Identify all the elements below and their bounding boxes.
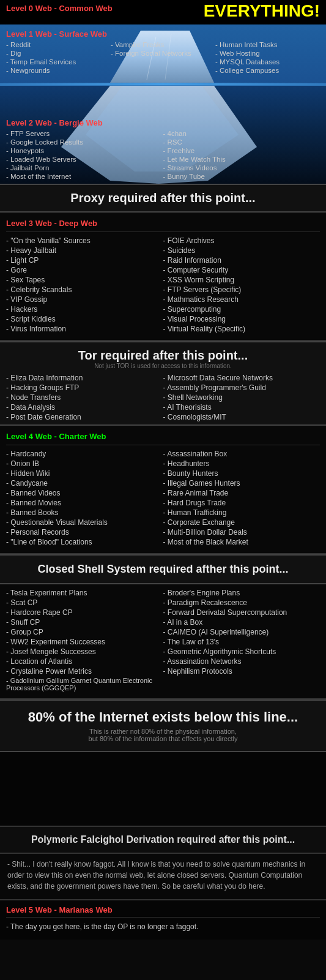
list-item: - Human Trafficking [163, 508, 320, 518]
list-item: - Visual Processing [163, 314, 320, 324]
l2-item: - Let Me Watch This [163, 155, 320, 164]
closed-shell-separator: Closed Shell System required afther this… [0, 554, 326, 584]
l1-item: - MYSQL Databases [215, 58, 320, 66]
level5-header: Level 5 Web - Marianas Web [6, 905, 320, 918]
list-item: - Assassination Box [163, 449, 320, 459]
list-item: - Nephilism Protocols [163, 666, 320, 676]
list-item: - Hard Drugs Trade [163, 498, 320, 508]
list-item: - Forward Derivatal Supercomputation [163, 608, 320, 617]
level1-col2: - Vampire Freaks - Foreign Social Networ… [111, 40, 215, 75]
closed-shell-col2: - Broder's Engine Plans - Paradigm Recal… [163, 588, 320, 692]
l2-item: - Most of the Internet [6, 172, 163, 181]
list-item: - XSS Worm Scripting [163, 275, 320, 285]
list-item: - Banned Videos [6, 488, 163, 498]
list-item: - "On the Vanilla" Sources [6, 236, 163, 246]
page: Level 0 Web - Common Web EVERYTHING! [0, 0, 326, 940]
level2-col2: - 4chan - RSC - Freehive - Let Me Watch … [163, 129, 320, 181]
l2-item: - RSC [163, 138, 320, 146]
polymeric-separator: Polymeric Falcighol Derivation required … [0, 826, 326, 854]
l2-item: - FTP Servers [6, 129, 163, 138]
list-item: - Crystaline Power Metrics [6, 666, 163, 676]
level3-items: - "On the Vanilla" Sources - Heavy Jailb… [6, 236, 320, 334]
list-item: - Virtual Reality (Specific) [163, 324, 320, 334]
tor-two-col: - Eliza Data Information - Hacking Group… [6, 373, 320, 422]
list-item: - Data Analysis [6, 402, 163, 412]
polymeric-title: Polymeric Falcighol Derivation required … [6, 834, 320, 845]
l1-item: - Newgrounds [6, 66, 111, 75]
list-item: - Corporate Exchange [163, 518, 320, 527]
l1-item: - College Campuses [215, 66, 320, 75]
l2-item: - Honeypots [6, 146, 163, 155]
l1-item: - Reddit [6, 40, 111, 49]
list-item: - Banned Books [6, 508, 163, 518]
l2-item: - Jailbait Porn [6, 164, 163, 172]
list-item: - Post Date Generation [6, 412, 163, 422]
list-item: - AI Theorisists [163, 402, 320, 412]
list-item: - Hidden Wiki [6, 469, 163, 478]
level2-col1: - FTP Servers - Google Locked Results - … [6, 129, 163, 181]
closed-shell-col1: - Tesla Experiment Plans - Scat CP - Har… [6, 588, 163, 692]
closed-shell-section: - Tesla Experiment Plans - Scat CP - Har… [0, 584, 326, 699]
level1-col1: - Reddit - Dig - Temp Email Services - N… [6, 40, 111, 75]
level3-section: Level 3 Web - Deep Web - "On the Vanilla… [0, 213, 326, 341]
list-item: - Bounty Hunters [163, 469, 320, 478]
level1-items: - Reddit - Dig - Temp Email Services - N… [6, 40, 320, 75]
list-item: - Supercomputing [163, 304, 320, 314]
list-item: - Tesla Experiment Plans [6, 588, 163, 598]
list-item: - Rare Animal Trade [163, 488, 320, 498]
closed-shell-title: Closed Shell System required afther this… [6, 563, 320, 576]
l2-item: - Loaded Web Servers [6, 155, 163, 164]
polymeric-text: - Shit... I don't really know faggot. Al… [7, 859, 319, 892]
list-item: - AI in a Box [163, 617, 320, 627]
list-item: - Banned Movies [6, 498, 163, 508]
list-item: - Paradigm Recalescence [163, 598, 320, 608]
list-item: - Headhunters [163, 459, 320, 469]
eighty-title: 80% of the Internet exists below this li… [6, 709, 320, 725]
list-item: - Hardcandy [6, 449, 163, 459]
l1-item: - Human Intel Tasks [215, 40, 320, 49]
list-item: - The Law of 13's [163, 637, 320, 647]
list-item: - Most of the Black Market [163, 537, 320, 547]
level3-col1: - "On the Vanilla" Sources - Heavy Jailb… [6, 236, 163, 334]
l2-item: - Google Locked Results [6, 138, 163, 146]
list-item: - FOIE Archives [163, 236, 320, 246]
list-item: - Illegal Games Hunters [163, 478, 320, 488]
void-section [0, 752, 326, 826]
level2-overlay: Level 2 Web - Bergie Web - FTP Servers -… [0, 118, 326, 181]
list-item: - WW2 Experiment Successes [6, 637, 163, 647]
list-item: - Cosmologists/MIT [163, 412, 320, 422]
l1-item: - Web Hosting [215, 49, 320, 58]
list-item: - Virus Information [6, 324, 163, 334]
tor-col1: - Eliza Data Information - Hacking Group… [6, 373, 163, 422]
list-item: - VIP Gossip [6, 295, 163, 304]
list-item: - Sex Tapes [6, 275, 163, 285]
list-item: - Questionable Visual Materials [6, 518, 163, 527]
list-item: - Microsoft Data Secure Networks [163, 373, 320, 383]
level5-item: - The day you get here, is the day OP is… [6, 921, 320, 932]
l1-item: - Foreign Social Networks [111, 49, 215, 58]
level5-section: Level 5 Web - Marianas Web - The day you… [0, 900, 326, 940]
proxy-separator: Proxy required after this point... [0, 184, 326, 213]
level1-overlay: Level 1 Web - Surface Web - Reddit - Dig… [0, 29, 326, 75]
list-item: - Gadolinium Gallium Garnet Quantum Elec… [6, 676, 163, 692]
level3-col2: - FOIE Archives - Suicides - Raid Inform… [163, 236, 320, 334]
list-item: - Group CP [6, 627, 163, 637]
l2-item: - Bunny Tube [163, 172, 320, 181]
level4-section: Level 4 Web - Charter Web - Hardcandy - … [0, 426, 326, 554]
level3-header: Level 3 Web - Deep Web [6, 216, 320, 232]
list-item: - CAIMEO (AI Superintelligence) [163, 627, 320, 637]
proxy-title: Proxy required after this point... [6, 191, 320, 205]
list-item: - Personal Records [6, 527, 163, 537]
tor-title: Tor required after this point... [6, 349, 320, 363]
l2-item: - Freehive [163, 146, 320, 155]
level2-items: - FTP Servers - Google Locked Results - … [6, 129, 320, 181]
list-item: - Assasination Networks [163, 657, 320, 666]
closed-shell-items: - Tesla Experiment Plans - Scat CP - Har… [6, 588, 320, 692]
water-surface [0, 83, 326, 85]
list-item: - Scat CP [6, 598, 163, 608]
tor-subtitle: Not just TOR is used for access to this … [6, 363, 320, 369]
list-item: - Geometric Algorithymic Shortcuts [163, 647, 320, 657]
list-item: - Heavy Jailbait [6, 246, 163, 255]
level0-label: Level 0 Web - Common Web [6, 4, 113, 13]
level2-header: Level 2 Web - Bergie Web [6, 118, 320, 127]
